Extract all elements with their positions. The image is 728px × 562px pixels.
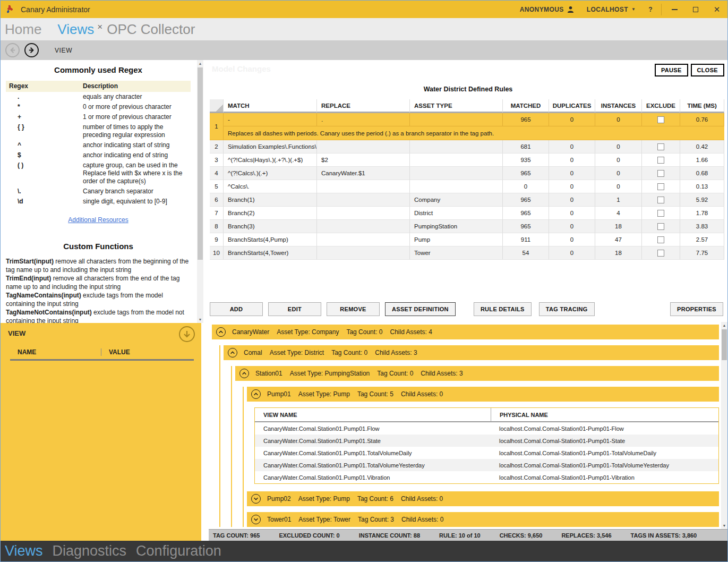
replace-cell: $2 — [317, 154, 410, 167]
tree-node-station01[interactable]: Station01 Asset Type: PumpingStation Tag… — [235, 366, 719, 381]
host-selector[interactable]: LOCALHOST ▼ — [580, 6, 643, 13]
tree-node-pump01[interactable]: Pump01 Asset Type: Pump Tag Count: 5 Chi… — [247, 387, 719, 402]
description-col-header: Description — [83, 82, 191, 90]
canary-logo-icon — [5, 4, 15, 15]
rule-row[interactable]: 7 Branch(2) District 965 0 4 1.78 — [210, 207, 724, 220]
status-rule: RULE: 10 of 10 — [439, 532, 481, 539]
tree-scrollbar[interactable]: ▲ ▼ — [721, 322, 727, 529]
rule-row[interactable]: 5 ^Calcs\. 0 0 0 0.13 — [210, 180, 724, 193]
exclude-checkbox[interactable] — [657, 157, 664, 164]
scroll-up-icon[interactable]: ▲ — [197, 60, 203, 67]
tag-row[interactable]: CanaryWater.Comal.Station01.Pump01.Total… — [255, 447, 718, 459]
exclude-checkbox[interactable] — [657, 183, 664, 190]
asset-type-cell — [410, 167, 503, 180]
exclude-checkbox[interactable] — [657, 143, 664, 150]
regex-symbol: ( ) — [6, 161, 83, 185]
rule-row[interactable]: 9 BranchStarts(4,Pump) Pump 911 0 47 2.5… — [210, 233, 724, 246]
maximize-button[interactable] — [685, 1, 706, 18]
chevron-up-icon[interactable] — [239, 369, 249, 378]
asset-definition-button[interactable]: ASSET DEFINITION — [385, 302, 456, 316]
regex-desc: single digit, equivalent to [0-9] — [83, 198, 191, 206]
tree-node-tower01[interactable]: Tower01 Asset Type: Tower Tag Count: 3 C… — [247, 512, 719, 527]
matched-cell: 965 — [503, 207, 549, 220]
regex-row: ^anchor indicating start of string — [6, 140, 191, 150]
function-name: TagNameContains(input) — [6, 292, 81, 299]
scrollbar-thumb[interactable] — [722, 329, 727, 360]
exclude-checkbox[interactable] — [657, 223, 664, 230]
exclude-checkbox[interactable] — [657, 210, 664, 217]
tab-home[interactable]: Home — [5, 21, 41, 38]
row-number: 2 — [210, 140, 224, 154]
exclude-checkbox[interactable] — [657, 170, 664, 177]
rule-row[interactable]: 6 Branch(1) Company 965 0 1 5.92 — [210, 193, 724, 207]
rule-row[interactable]: 2 Simulation Examples\.Functions\ 681 0 … — [210, 140, 724, 154]
left-panel-scrollbar[interactable]: ▲ ▼ — [197, 60, 203, 323]
chevron-up-icon[interactable] — [251, 389, 261, 399]
additional-resources-link[interactable]: Additional Resources — [1, 216, 196, 224]
rules-table-header: MATCH REPLACE ASSET TYPE MATCHED DUPLICA… — [210, 99, 724, 113]
rules-action-bar: ADD EDIT REMOVE ASSET DEFINITION RULE DE… — [210, 302, 724, 316]
physical-name-header: PHYSICAL NAME — [491, 408, 718, 421]
tag-tracing-button[interactable]: TAG TRACING — [539, 302, 595, 316]
rule-details-button[interactable]: RULE DETAILS — [474, 302, 532, 316]
scrollbar-thumb[interactable] — [198, 67, 203, 260]
forward-button[interactable] — [24, 43, 39, 57]
chevron-up-icon[interactable] — [228, 348, 237, 357]
duplicates-cell: 0 — [549, 154, 595, 167]
back-button[interactable] — [5, 43, 20, 57]
rule-row-selected[interactable]: 1 - . 965 0 0 0.76 Replaces all dashes w… — [210, 113, 724, 140]
tab-views[interactable]: Views — [57, 21, 94, 38]
add-button[interactable]: ADD — [210, 302, 263, 316]
node-tag-count: Tag Count: 0 — [331, 349, 367, 356]
scroll-down-icon[interactable]: ▼ — [721, 522, 727, 529]
chevron-down-icon[interactable] — [251, 494, 261, 504]
rule-row[interactable]: 8 Branch(3) PumpingStation 965 0 18 3.83 — [210, 220, 724, 233]
tab-opc-collector[interactable]: OPC Collector — [107, 21, 195, 38]
row-number: 6 — [210, 193, 224, 207]
regex-symbol: + — [6, 113, 83, 121]
nav-views[interactable]: Views — [5, 543, 43, 559]
match-cell: Branch(3) — [224, 220, 317, 233]
tab-close-icon[interactable]: × — [97, 22, 102, 32]
duplicates-cell: 0 — [549, 207, 595, 220]
asset-tree: CanaryWater Asset Type: Company Tag Coun… — [209, 322, 727, 529]
tag-row[interactable]: CanaryWater.Comal.Station01.Pump01.Flowl… — [255, 422, 718, 435]
node-child-assets: Child Assets: 4 — [390, 328, 432, 336]
tree-node-comal[interactable]: Comal Asset Type: District Tag Count: 0 … — [224, 345, 719, 360]
exclude-checkbox[interactable] — [657, 250, 664, 257]
help-button[interactable]: ? — [642, 6, 659, 13]
scroll-up-icon[interactable]: ▲ — [721, 322, 727, 329]
minimize-button[interactable] — [664, 1, 685, 18]
tag-row[interactable]: CanaryWater.Comal.Station01.Pump01.Vibra… — [255, 471, 718, 483]
edit-button[interactable]: EDIT — [268, 302, 321, 316]
close-rules-button[interactable]: CLOSE — [691, 64, 724, 76]
node-tag-count: Tag Count: 0 — [377, 370, 413, 377]
scroll-down-icon[interactable]: ▼ — [197, 316, 203, 323]
tag-row[interactable]: CanaryWater.Comal.Station01.Pump01.State… — [255, 435, 718, 447]
rule-row[interactable]: 10 BranchStarts(4,Tower) Tower 54 0 18 7… — [210, 246, 724, 260]
tree-node-pump02[interactable]: Pump02 Asset Type: Pump Tag Count: 6 Chi… — [247, 491, 719, 506]
properties-button[interactable]: PROPERTIES — [670, 302, 723, 316]
nav-configuration[interactable]: Configuration — [136, 543, 221, 559]
tag-row[interactable]: CanaryWater.Comal.Station01.Pump01.Total… — [255, 459, 718, 471]
user-menu[interactable]: ANONYMOUS — [513, 6, 580, 13]
replace-cell — [317, 207, 410, 220]
nav-diagnostics[interactable]: Diagnostics — [53, 543, 127, 559]
app-title: Canary Administrator — [21, 5, 90, 14]
tree-node-canarywater[interactable]: CanaryWater Asset Type: Company Tag Coun… — [212, 325, 719, 339]
time-cell: 3.83 — [680, 220, 724, 233]
collapse-panel-button[interactable] — [179, 326, 195, 342]
rule-row[interactable]: 4 ^(?!Calcs\.)(.+) CanaryWater.$1 965 0 … — [210, 167, 724, 180]
chevron-down-icon[interactable] — [251, 515, 261, 524]
pause-button[interactable]: PAUSE — [655, 64, 688, 76]
exclude-checkbox[interactable] — [657, 116, 664, 123]
exclude-cell — [642, 220, 680, 233]
exclude-checkbox[interactable] — [657, 197, 664, 203]
view-panel-title: VIEW — [8, 329, 25, 337]
remove-button[interactable]: REMOVE — [327, 302, 380, 316]
rule-row[interactable]: 3 ^(?!Calcs|Hays\.)(.+?\.)(.+$) $2 935 0… — [210, 154, 724, 167]
close-button[interactable]: ✕ — [706, 1, 727, 18]
exclude-checkbox[interactable] — [657, 236, 664, 243]
chevron-up-icon[interactable] — [216, 327, 226, 337]
arrow-down-icon — [183, 330, 191, 338]
